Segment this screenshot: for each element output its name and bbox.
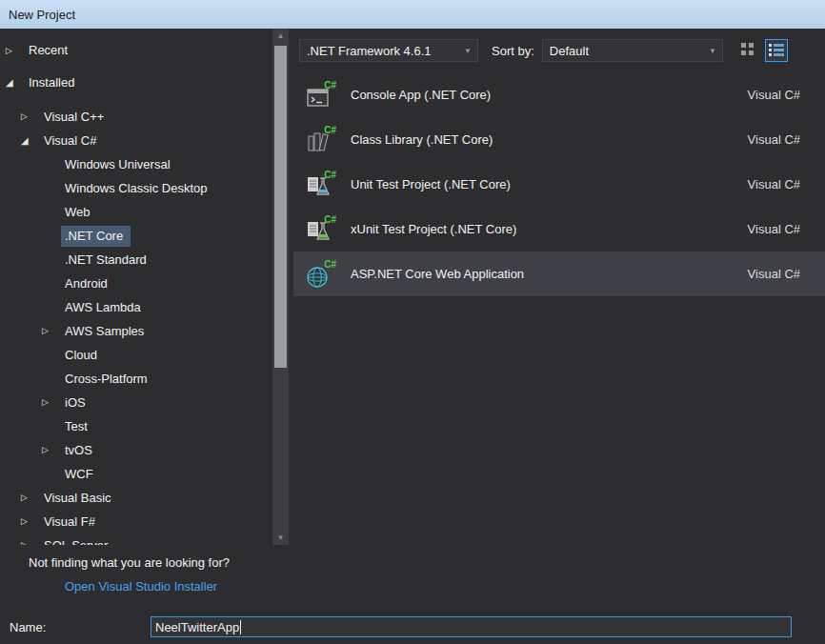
svg-text:C#: C# [324,259,336,270]
name-bar: Name: NeelTwitterApp [0,610,825,644]
template-toolbar: .NET Framework 4.6.1 ▼ Sort by: Default … [299,38,788,63]
tree-item-sql-server[interactable]: ▷ SQL Server [0,533,272,545]
web-app-icon: C# [305,258,337,291]
list-view-icon [769,43,784,59]
scrollbar-up-button[interactable]: ▲ [272,29,289,43]
tree-item-label: Windows Universal [61,154,178,175]
expand-arrow-icon[interactable]: ▷ [42,446,61,454]
xunit-test-icon: C# [305,213,337,246]
tree-item-label: iOS [61,392,93,413]
template-row-xunit-test-project-net-core[interactable]: C# xUnit Test Project (.NET Core) Visual… [293,207,825,252]
tree-item-label: Test [61,416,95,437]
name-label: Name: [0,620,151,634]
template-row-asp-net-core-web-application[interactable]: C# ASP.NET Core Web Application Visual C… [293,252,825,296]
expand-arrow-icon[interactable]: ▷ [6,47,25,55]
tree-item-net-core[interactable]: .NET Core [0,224,272,248]
sort-dropdown[interactable]: Default ▼ [542,39,723,62]
tree-item-web[interactable]: Web [0,200,272,224]
category-tree: ▷ Recent ◢ Installed ▷ Visual C++ ◢ Visu… [0,29,272,545]
tree-item-aws-lambda[interactable]: AWS Lambda [0,295,272,319]
framework-dropdown-value: .NET Framework 4.6.1 [307,44,432,58]
scrollbar-thumb[interactable] [274,46,287,368]
tree-item-label: Visual C++ [40,107,111,128]
tree-item-label: Visual Basic [40,488,119,509]
expand-arrow-icon[interactable]: ▷ [21,517,40,526]
tree-item-visual-f[interactable]: ▷ Visual F# [0,510,272,533]
tree-item-windows-universal[interactable]: Windows Universal [0,152,272,176]
window-title: New Project [9,8,75,22]
template-name: ASP.NET Core Web Application [351,267,748,281]
tree-item-label: Web [61,202,98,223]
project-name-text: NeelTwitterApp [155,620,239,634]
tree-item-cloud[interactable]: Cloud [0,343,272,367]
tree-item-label: WCF [61,464,101,485]
tree-item-label: Visual F# [40,512,103,533]
unit-test-icon: C# [305,169,337,201]
view-mode-buttons [736,39,788,62]
tree-item-ios[interactable]: ▷ iOS [0,391,272,414]
tree-item-net-standard[interactable]: .NET Standard [0,248,272,272]
tree-item-label: Windows Classic Desktop [61,178,215,199]
template-name: xUnit Test Project (.NET Core) [351,222,748,236]
collapse-arrow-icon[interactable]: ◢ [6,78,25,88]
template-name: Unit Test Project (.NET Core) [351,177,748,191]
template-row-console-app-net-core[interactable]: C# Console App (.NET Core) Visual C# [293,72,825,117]
template-name: Class Library (.NET Core) [351,132,748,147]
tree-item-cross-platform[interactable]: Cross-Platform [0,367,272,391]
svg-text:C#: C# [324,125,336,135]
template-language: Visual C# [748,132,800,147]
scroll-up-icon: ▲ [277,31,285,40]
tree-item-label: Recent [25,40,75,61]
expand-arrow-icon[interactable]: ▷ [21,493,40,502]
expand-arrow-icon[interactable]: ▷ [21,541,40,545]
template-language: Visual C# [748,88,800,102]
tree-item-tvos[interactable]: ▷ tvOS [0,438,272,462]
chevron-down-icon: ▼ [709,47,716,55]
window-titlebar: New Project [0,0,825,29]
tree-item-label: Visual C# [40,131,104,151]
tree-item-label: Android [61,273,115,294]
framework-dropdown[interactable]: .NET Framework 4.6.1 ▼ [299,39,478,62]
new-project-dialog: New Project ▷ Recent ◢ Installed ▷ Visua… [0,0,825,644]
tree-item-android[interactable]: Android [0,272,272,295]
tree-scrollbar[interactable]: ▲ ▼ [272,29,289,545]
tree-item-recent[interactable]: ▷ Recent [0,34,272,67]
small-icons-view-button[interactable] [736,39,759,62]
template-row-class-library-net-core[interactable]: C# Class Library (.NET Core) Visual C# [293,117,825,162]
template-row-unit-test-project-net-core[interactable]: C# Unit Test Project (.NET Core) Visual … [293,162,825,207]
tree-item-windows-classic-desktop[interactable]: Windows Classic Desktop [0,176,272,200]
class-library-icon: C# [305,124,337,156]
tree-item-label: SQL Server [40,535,115,546]
tree-item-label: Installed [25,72,82,93]
tree-item-label: .NET Standard [61,250,154,271]
template-name: Console App (.NET Core) [351,88,748,102]
small-icons-icon [741,43,755,59]
chevron-down-icon: ▼ [464,47,472,55]
template-language: Visual C# [748,177,800,191]
tree-item-test[interactable]: Test [0,414,272,438]
tree-item-visual-c[interactable]: ◢ Visual C# [0,129,272,152]
scrollbar-down-button[interactable]: ▼ [272,531,289,545]
tree-item-label: AWS Samples [61,321,151,342]
template-list: C# Console App (.NET Core) Visual C# C# … [293,72,825,296]
list-view-button[interactable] [765,39,788,62]
tree-item-label: tvOS [61,440,100,461]
tree-item-aws-samples[interactable]: ▷ AWS Samples [0,319,272,343]
template-language: Visual C# [748,267,800,281]
collapse-arrow-icon[interactable]: ◢ [21,136,40,146]
sidebar-footer: Not finding what you are looking for? Op… [0,553,293,600]
tree-item-label: AWS Lambda [61,297,149,318]
scrollbar-track[interactable] [272,43,289,531]
project-name-input[interactable]: NeelTwitterApp [151,616,792,637]
sort-by-label: Sort by: [492,44,534,58]
expand-arrow-icon[interactable]: ▷ [42,327,61,335]
tree-item-visual-basic[interactable]: ▷ Visual Basic [0,486,272,510]
expand-arrow-icon[interactable]: ▷ [42,398,61,407]
sort-dropdown-value: Default [550,44,589,58]
expand-arrow-icon[interactable]: ▷ [21,112,40,121]
open-installer-link[interactable]: Open Visual Studio Installer [0,574,293,600]
tree-item-installed[interactable]: ◢ Installed [0,67,272,99]
tree-item-wcf[interactable]: WCF [0,462,272,486]
tree-item-visual-c[interactable]: ▷ Visual C++ [0,105,272,129]
scroll-down-icon: ▼ [277,533,285,542]
